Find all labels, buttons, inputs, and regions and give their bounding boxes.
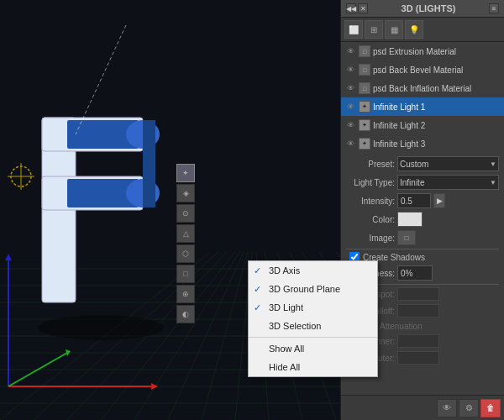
menu-item-3d-light[interactable]: ✓ 3D Light (249, 298, 377, 317)
layer-eye-2[interactable]: 👁 (344, 82, 356, 94)
light-type-value: Infinite (400, 178, 424, 187)
toolbar-icon-3[interactable]: 💡 (405, 20, 423, 39)
menu-label-3d-selection: 3D Selection (269, 321, 321, 331)
layers-list: 👁 □ psd Extrusion Material 👁 □ psd Back … (341, 42, 504, 153)
toolbar-icon-2[interactable]: ▦ (385, 20, 403, 39)
panel-menu-btn[interactable]: ≡ (489, 3, 499, 13)
side-icon-6[interactable]: ⊕ (176, 285, 195, 303)
layer-name-4: Infinite Light 2 (373, 121, 501, 130)
side-icon-0[interactable]: ✦ (176, 164, 195, 182)
layers-panel: 👁 □ psd Extrusion Material 👁 □ psd Back … (341, 42, 504, 153)
panel-toolbar: ⬜ ⊞ ▦ 💡 (341, 18, 504, 42)
preset-arrow-icon: ▼ (490, 160, 496, 168)
softness-input[interactable] (397, 265, 433, 281)
layer-item-2[interactable]: 👁 □ psd Back Inflation Material (341, 79, 504, 97)
layer-name-3: Infinite Light 1 (373, 102, 501, 112)
layer-item-0[interactable]: 👁 □ psd Extrusion Material (341, 42, 504, 60)
side-icon-3[interactable]: △ (176, 224, 195, 243)
color-row: Color: (346, 212, 499, 227)
side-icon-1[interactable]: ◈ (176, 184, 195, 202)
preset-dropdown[interactable]: Custom ▼ (397, 156, 499, 171)
layer-item-1[interactable]: 👁 □ psd Back Bevel Material (341, 60, 504, 79)
menu-label-hide-all: Hide All (269, 362, 300, 372)
intensity-label: Intensity: (346, 197, 395, 206)
toolbar-icon-1[interactable]: ⊞ (365, 20, 383, 39)
menu-item-hide-all[interactable]: Hide All (249, 358, 377, 376)
bottom-icon-delete[interactable]: 🗑 (480, 399, 501, 417)
layer-name-0: psd Extrusion Material (373, 47, 501, 56)
context-menu: ✓ 3D Axis ✓ 3D Ground Plane ✓ 3D Light 3… (248, 260, 378, 377)
side-icon-2[interactable]: ⊙ (176, 204, 195, 223)
layer-icon-0: □ (359, 45, 370, 57)
light-type-row: Light Type: Infinite ▼ (346, 175, 499, 190)
layer-item-3[interactable]: 👁 ✦ Infinite Light 1 (341, 97, 504, 116)
side-icon-strip: ✦ ◈ ⊙ △ ⬡ □ ⊕ ◐ (176, 164, 195, 323)
divider-1 (346, 249, 499, 249)
layer-eye-0[interactable]: 👁 (344, 45, 356, 57)
intensity-row: Intensity: ▶ (346, 193, 499, 208)
layer-name-5: Infinite Light 3 (373, 139, 501, 149)
panel-header-controls: ◀◀ ✕ (346, 3, 368, 13)
intensity-increment-btn[interactable]: ▶ (433, 193, 445, 208)
svg-point-32 (38, 315, 164, 340)
toolbar-icon-0[interactable]: ⬜ (344, 20, 363, 39)
light-type-label: Light Type: (346, 178, 395, 187)
layer-eye-5[interactable]: 👁 (344, 138, 356, 150)
panel-title: 3D (LIGHTS) (402, 3, 456, 13)
layer-icon-4: ✦ (359, 119, 370, 131)
menu-item-3d-axis[interactable]: ✓ 3D Axis (249, 261, 377, 280)
intensity-input[interactable] (397, 193, 431, 208)
panel-bottom-toolbar: 👁 ⚙ 🗑 (341, 395, 504, 420)
layer-name-1: psd Back Bevel Material (373, 66, 501, 75)
menu-label-3d-axis: 3D Axis (269, 265, 300, 276)
layer-icon-2: □ (359, 82, 370, 94)
image-label: Image: (346, 234, 395, 243)
menu-label-show-all: Show All (269, 344, 304, 354)
svg-rect-40 (143, 120, 155, 207)
side-icon-4[interactable]: ⬡ (176, 244, 195, 263)
layer-name-2: psd Back Inflation Material (373, 84, 501, 93)
preset-row: Preset: Custom ▼ (346, 156, 499, 171)
menu-item-show-all[interactable]: Show All (249, 339, 377, 358)
menu-item-3d-selection[interactable]: 3D Selection (249, 317, 377, 335)
menu-label-3d-ground-plane: 3D Ground Plane (269, 284, 340, 294)
preset-label: Preset: (346, 160, 395, 169)
panel-collapse-btn[interactable]: ◀◀ (346, 3, 356, 13)
preset-value: Custom (400, 160, 428, 169)
layer-icon-3: ✦ (359, 101, 370, 113)
image-btn[interactable]: □ (397, 230, 416, 245)
layer-eye-1[interactable]: 👁 (344, 64, 356, 76)
menu-label-3d-light: 3D Light (269, 302, 303, 312)
light-type-arrow-icon: ▼ (490, 179, 496, 186)
menu-item-3d-ground-plane[interactable]: ✓ 3D Ground Plane (249, 280, 377, 298)
menu-check-3d-light: ✓ (254, 302, 261, 313)
light-type-dropdown[interactable]: Infinite ▼ (397, 175, 499, 190)
inner-input (397, 334, 439, 348)
layer-eye-4[interactable]: 👁 (344, 119, 356, 131)
color-label: Color: (346, 215, 395, 224)
side-icon-7[interactable]: ◐ (176, 305, 195, 323)
bottom-icon-settings[interactable]: ⚙ (459, 399, 479, 417)
color-swatch[interactable] (397, 212, 423, 227)
bottom-icon-view[interactable]: 👁 (437, 399, 457, 417)
layer-eye-3[interactable]: 👁 (344, 101, 356, 113)
layer-item-4[interactable]: 👁 ✦ Infinite Light 2 (341, 116, 504, 134)
falloff-input (397, 304, 439, 318)
image-row: Image: □ (346, 230, 499, 245)
layer-item-5[interactable]: 👁 ✦ Infinite Light 3 (341, 134, 504, 153)
side-icon-5[interactable]: □ (176, 265, 195, 283)
layer-icon-1: □ (359, 64, 370, 76)
layer-icon-5: ✦ (359, 138, 370, 150)
menu-check-3d-ground-plane: ✓ (254, 284, 261, 295)
panel-header: ◀◀ ✕ 3D (LIGHTS) ≡ (341, 0, 504, 18)
panel-close-btn[interactable]: ✕ (358, 3, 368, 13)
outer-input (397, 351, 439, 365)
menu-divider (249, 337, 377, 338)
menu-check-3d-axis: ✓ (254, 265, 261, 276)
hotspot-input (397, 287, 439, 301)
